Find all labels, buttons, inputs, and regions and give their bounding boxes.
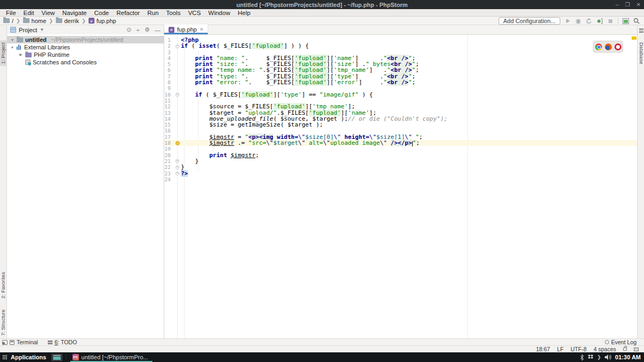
profiler-icon[interactable] <box>596 18 603 25</box>
taskbar-clock[interactable]: 01:30 AM <box>615 354 641 360</box>
caret-position[interactable]: 18:67 <box>536 346 550 352</box>
maximize-button[interactable]: ❐ <box>625 0 630 9</box>
fold-marker-icon[interactable] <box>174 92 181 98</box>
sidebar-tab-database[interactable]: Database <box>638 35 644 64</box>
code-editor[interactable]: 1<?php2if ( isset( $_FILES['fupload'] ) … <box>164 35 637 338</box>
close-tab-icon[interactable]: ✕ <box>200 27 204 32</box>
project-panel-header[interactable]: Project ▼ ⊙ ÷ ⚙ — <box>7 25 164 34</box>
settings-gear-icon[interactable]: ⚙ <box>144 26 150 33</box>
run-icon[interactable] <box>564 18 571 25</box>
fold-marker-icon[interactable] <box>174 43 181 49</box>
add-configuration-button[interactable]: Add Configuration... <box>499 17 560 25</box>
menu-navigate[interactable]: Navigate <box>58 9 90 17</box>
breadcrumb-root[interactable]: / <box>3 18 13 24</box>
menu-help[interactable]: Help <box>234 9 254 17</box>
close-button[interactable]: ✕ <box>636 0 641 9</box>
breadcrumb-label: / <box>12 18 13 24</box>
sidebar-tab-favorites[interactable]: 2: Favorites <box>0 272 7 299</box>
menu-run[interactable]: Run <box>143 9 162 17</box>
menu-refactor[interactable]: Refactor <box>113 9 143 17</box>
event-log-button[interactable]: Event Log <box>605 339 636 345</box>
applications-menu-button[interactable]: Applications <box>0 354 46 360</box>
chevron-expanded-icon[interactable]: ▼ <box>10 46 14 49</box>
tool-window-switcher-icon[interactable] <box>2 340 8 345</box>
bluetooth-icon[interactable] <box>580 354 584 360</box>
code-line[interactable]: 8 print "error: ". $_FILES['fupload']['e… <box>164 79 637 85</box>
tool-window-bar: Terminal 6: TODO Event Log <box>0 338 644 345</box>
chrome-browser-icon[interactable] <box>595 43 602 50</box>
menu-window[interactable]: Window <box>204 9 234 17</box>
stop-icon[interactable] <box>607 18 614 25</box>
tree-item-root[interactable]: ▼ untitled ~/PhpstormProjects/untitled <box>7 36 164 43</box>
title-bar[interactable]: untitled [~/PhpstormProjects/untitled] -… <box>0 0 644 9</box>
code-line[interactable]: 22} <box>164 164 637 170</box>
file-encoding[interactable]: UTF-8 <box>570 346 587 352</box>
tray-expand-icon[interactable]: ❯ <box>597 354 602 360</box>
code-token: print <box>209 152 227 159</box>
code-line[interactable]: 20 print $imgstr; <box>164 152 637 158</box>
hide-panel-icon[interactable]: — <box>155 27 160 33</box>
code-line[interactable]: 23?> <box>164 171 637 176</box>
taskbar-window-button[interactable]: PS untitled [~/PhpstormPro... <box>70 352 152 362</box>
code-token: getImageSize <box>238 121 280 128</box>
tree-item-external-libraries[interactable]: ▼ External Libraries <box>7 43 164 51</box>
code-line[interactable]: 15 $size = getImageSize( $target ); <box>164 122 637 128</box>
breadcrumb-file[interactable]: p fup.php <box>89 18 116 24</box>
sidebar-tab-structure[interactable]: 7: Structure <box>0 309 7 336</box>
opera-browser-icon[interactable] <box>614 43 621 50</box>
code-token: \" <box>323 139 330 146</box>
volume-icon[interactable] <box>605 354 611 360</box>
minimize-button[interactable]: – <box>616 0 619 9</box>
tab-fup-php[interactable]: p fup.php ✕ <box>164 25 208 34</box>
code-line[interactable]: 2if ( isset( $_FILES['fupload'] ) ) { <box>164 43 637 49</box>
line-ending[interactable]: LF <box>557 346 564 352</box>
locate-file-icon[interactable]: ⊙ <box>127 26 131 33</box>
desktop-taskbar: Applications ⁞ PS untitled [~/PhpstormPr… <box>0 352 644 362</box>
code-line[interactable]: 18 $imgstr .= "src=\"$target\" alt=\"upl… <box>164 140 637 146</box>
tab-label: fup.php <box>177 26 197 33</box>
code-line[interactable]: 24 <box>164 176 637 182</box>
code-line[interactable]: 21 } <box>164 158 637 164</box>
code-token: $imgstr <box>231 152 255 159</box>
coverage-icon[interactable] <box>586 18 592 25</box>
indent-setting[interactable]: 4 spaces <box>594 346 616 352</box>
menu-view[interactable]: View <box>38 9 58 17</box>
todo-tab[interactable]: 6: TODO <box>48 339 77 345</box>
intention-bulb-icon[interactable] <box>174 140 181 146</box>
tree-item-scratches[interactable]: Scratches and Consoles <box>7 58 164 66</box>
chevron-down-icon[interactable]: ▼ <box>40 27 44 32</box>
fold-marker-icon[interactable] <box>174 171 181 176</box>
terminal-run-icon[interactable] <box>622 18 629 25</box>
terminal-tab[interactable]: Terminal <box>10 339 38 345</box>
fold-marker-icon[interactable] <box>174 158 181 164</box>
search-everywhere-icon[interactable] <box>633 18 640 25</box>
collapse-all-icon[interactable]: ÷ <box>136 27 140 33</box>
folder-icon <box>56 18 62 23</box>
menu-code[interactable]: Code <box>90 9 113 17</box>
code-token: isset <box>199 42 216 49</box>
code-token: ) { <box>358 91 373 98</box>
write-lock-icon[interactable] <box>623 348 627 351</box>
code-token: \" <box>266 139 273 146</box>
menu-file[interactable]: File <box>2 9 20 17</box>
browser-picker-widget <box>593 41 623 53</box>
breadcrumb-derrik[interactable]: derrik <box>56 18 79 24</box>
menu-edit[interactable]: Edit <box>20 9 38 17</box>
fold-marker-icon[interactable] <box>174 164 181 170</box>
highlighting-level-icon[interactable] <box>634 348 639 351</box>
menu-vcs[interactable]: VCS <box>184 9 204 17</box>
tree-item-php-runtime[interactable]: ▶ PHP Runtime <box>7 51 164 58</box>
line-number: 9 <box>164 85 174 91</box>
chevron-expanded-icon[interactable]: ▼ <box>10 38 14 42</box>
sidebar-tab-project[interactable]: 1: Project <box>0 40 7 66</box>
breadcrumb-home[interactable]: home <box>23 18 47 24</box>
code-line[interactable]: 10 if ( $_FILES['fupload']['type'] == "i… <box>164 92 637 98</box>
menu-tools[interactable]: Tools <box>163 9 185 17</box>
chevron-collapsed-icon[interactable]: ▶ <box>19 53 23 57</box>
debug-icon[interactable] <box>575 18 582 25</box>
firefox-browser-icon[interactable] <box>605 43 612 50</box>
dropbox-tray-icon[interactable] <box>588 354 594 360</box>
warning-stripe-mark[interactable] <box>632 36 636 40</box>
line-number: 21 <box>164 158 174 164</box>
workspace-pager[interactable] <box>52 354 62 361</box>
